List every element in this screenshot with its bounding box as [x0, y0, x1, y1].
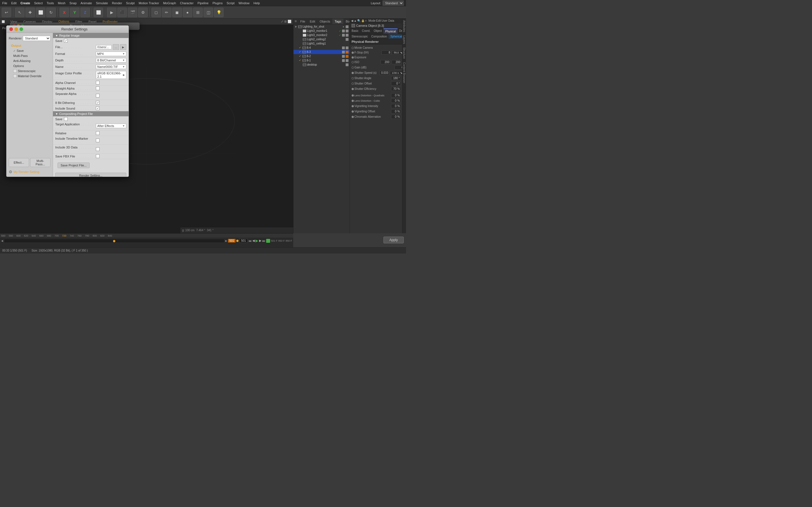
- shutter-speed-radio[interactable]: [352, 72, 354, 74]
- cam-back-btn[interactable]: ◀: [351, 19, 353, 22]
- save-fbx-check[interactable]: [96, 154, 100, 158]
- rs-close-btn[interactable]: [9, 27, 13, 31]
- paint-tool[interactable]: ✏: [162, 8, 171, 17]
- exposure-radio[interactable]: [352, 56, 354, 59]
- menu-create[interactable]: Create: [20, 1, 30, 5]
- chrom-aber-value[interactable]: 0 %: [391, 115, 401, 119]
- menu-mograph[interactable]: MoGraph: [163, 1, 176, 5]
- depth-dropdown[interactable]: 8 Bit/Channel ▼: [96, 58, 126, 62]
- obj-8-4[interactable]: •° LO 8-4: [294, 46, 350, 50]
- separate-alpha-check[interactable]: [96, 94, 100, 98]
- color-profile-dropdown[interactable]: sRGB IEC61966-2.1 ▶: [96, 71, 126, 79]
- iso-radio[interactable]: [352, 61, 354, 63]
- cam-lock-btn[interactable]: 🔒: [361, 19, 364, 22]
- tl-frame-orange[interactable]: 501: [228, 239, 236, 242]
- chrom-aber-radio[interactable]: [352, 116, 354, 118]
- cam-object-tab[interactable]: Object: [372, 29, 384, 34]
- obj-8-2[interactable]: •° LO 8-2: [294, 54, 350, 58]
- name-dropdown[interactable]: Name0000.TIF ▼: [96, 64, 126, 69]
- obj-8-3[interactable]: •° LO 8-3: [294, 50, 350, 54]
- obj-8-1[interactable]: •° LO 8-1: [294, 58, 350, 62]
- tl-prev-start[interactable]: ⏮: [248, 239, 252, 242]
- rs-min-btn[interactable]: [14, 27, 18, 31]
- tl-track[interactable]: [4, 239, 224, 243]
- cam-menu-btn[interactable]: ≡: [365, 19, 367, 22]
- shutter-angle-value[interactable]: 180 °: [391, 76, 401, 80]
- tl-scroll-right[interactable]: ▶: [225, 239, 227, 242]
- userdata-btn[interactable]: User Data: [382, 19, 394, 22]
- select-tool[interactable]: ↖: [15, 8, 24, 17]
- nav-material-override[interactable]: Material Override: [6, 73, 53, 78]
- menu-file[interactable]: File: [2, 1, 7, 5]
- edit-btn[interactable]: Edit: [376, 19, 381, 22]
- file-obj-tab[interactable]: File: [298, 18, 308, 24]
- menu-edit[interactable]: Edit: [11, 1, 17, 5]
- sound-check[interactable]: ✓: [96, 107, 100, 110]
- relative-check[interactable]: [96, 131, 100, 135]
- menu-plugins[interactable]: Plugins: [213, 1, 223, 5]
- grid-tool[interactable]: ⊞: [193, 8, 203, 17]
- nav-antialiasing[interactable]: Anti-Aliasing: [6, 58, 53, 63]
- movie-camera-radio[interactable]: [352, 47, 354, 49]
- attributes-side-label[interactable]: Attributes: [403, 18, 406, 34]
- render-btn[interactable]: ▶: [107, 8, 116, 17]
- shutter-eff-radio[interactable]: [352, 88, 354, 90]
- cam-stereo-tab[interactable]: Stereoscopic: [350, 34, 370, 39]
- axis-x[interactable]: X: [59, 8, 69, 17]
- nav-save[interactable]: ✓ Save: [6, 48, 53, 53]
- file-nav-btn[interactable]: ▶: [120, 44, 126, 50]
- edit-obj-tab[interactable]: Edit: [308, 18, 317, 24]
- material-tool[interactable]: ◼: [172, 8, 182, 17]
- iso-value[interactable]: 200: [380, 60, 391, 64]
- obj-desktop[interactable]: LO desktop: [294, 62, 350, 67]
- alpha-check[interactable]: [96, 81, 100, 84]
- move-tool[interactable]: ✚: [26, 8, 35, 17]
- browser-side-label[interactable]: Content Browser: [403, 61, 406, 85]
- straight-alpha-check[interactable]: [96, 87, 100, 90]
- fstop-radio[interactable]: [352, 52, 354, 54]
- tl-prev-frame[interactable]: ◀: [252, 239, 255, 242]
- menu-mesh[interactable]: Mesh: [58, 1, 65, 5]
- nav-options[interactable]: Options: [6, 63, 53, 68]
- cube-tool[interactable]: ◻: [151, 8, 161, 17]
- object-tool[interactable]: ⬜: [94, 8, 103, 17]
- cam-composition-tab[interactable]: Composition: [370, 34, 389, 39]
- nav-output[interactable]: Output: [6, 43, 53, 48]
- cam-up-btn[interactable]: ▲: [354, 19, 357, 22]
- comp-save-check[interactable]: [64, 117, 68, 121]
- iso-value2[interactable]: 200: [392, 60, 402, 64]
- menu-character[interactable]: Character: [180, 1, 193, 5]
- vis-icon[interactable]: ●: [342, 25, 345, 28]
- menu-select[interactable]: Select: [34, 1, 43, 5]
- cam-spherical-tab[interactable]: Spherical: [389, 34, 404, 39]
- lens-dist-quad-radio[interactable]: [352, 94, 354, 97]
- shutter-offset-radio[interactable]: [352, 82, 354, 85]
- mode-btn[interactable]: Mode: [368, 19, 375, 22]
- file-input[interactable]: /Users/songheee/Desktop/modeling_office/…: [96, 45, 112, 49]
- nav-multipass[interactable]: Multi-Pass: [6, 53, 53, 58]
- obj-light3-monitor2[interactable]: Light3_monitor2 ✓: [294, 33, 350, 37]
- format-dropdown[interactable]: MP4 ▼: [96, 52, 126, 56]
- axis-z[interactable]: Z: [80, 8, 90, 17]
- apply-btn[interactable]: Apply: [384, 237, 404, 243]
- vign-off-value[interactable]: 0 %: [391, 109, 401, 114]
- tl-next-end[interactable]: ⏭: [262, 239, 265, 242]
- regular-image-toggle[interactable]: ▼: [55, 34, 58, 37]
- obj-light2-ceiling2[interactable]: LO Light2_ceiling2: [294, 37, 350, 41]
- tl-scroll-left[interactable]: ◀: [1, 239, 3, 242]
- menu-sculpt[interactable]: Sculpt: [126, 1, 135, 5]
- tl-play-btn[interactable]: ▶: [255, 238, 258, 243]
- nav-stereoscopic[interactable]: Stereoscopic: [6, 68, 53, 73]
- vign-off-radio[interactable]: [352, 110, 354, 113]
- vign-int-value[interactable]: 0 %: [391, 104, 401, 108]
- structure-side-label[interactable]: Structure: [403, 46, 406, 61]
- tl-frame-end[interactable]: 501: [239, 238, 248, 243]
- tl-next-frame[interactable]: ▶: [259, 239, 261, 242]
- undo-btn[interactable]: ↩: [2, 8, 11, 17]
- objects-obj-tab[interactable]: Objects: [317, 18, 333, 24]
- menu-window[interactable]: Window: [239, 1, 250, 5]
- renderer-dropdown[interactable]: Standard: [23, 36, 50, 41]
- render-setting-bottom-btn[interactable]: Render Setting...: [55, 173, 126, 177]
- gain-radio[interactable]: [352, 66, 354, 69]
- menu-snap[interactable]: Snap: [69, 1, 77, 5]
